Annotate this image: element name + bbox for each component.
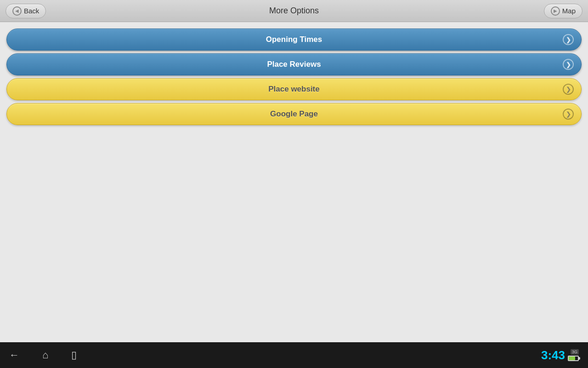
chevron-icon-google-page: ❯ [563,109,574,120]
signal-info: 3G [568,349,579,361]
battery-icon [568,356,579,361]
nav-back-icon[interactable]: ← [9,349,19,361]
main-content: Opening Times❯Place Reviews❯Place websit… [0,22,588,342]
page-title: More Options [269,6,319,16]
bottom-bar: ← ⌂ ▯ 3:43 3G [0,342,588,368]
menu-btn-label-opening-times: Opening Times [266,35,322,44]
map-label: Map [562,7,576,15]
network-badge: 3G [571,349,579,355]
status-area: 3:43 3G [541,348,579,362]
chevron-icon-place-website: ❯ [563,84,574,95]
back-label: Back [24,7,39,15]
back-button[interactable]: ◀ Back [6,4,46,18]
menu-btn-label-place-reviews: Place Reviews [267,60,321,69]
menu-btn-google-page[interactable]: Google Page❯ [6,103,582,125]
back-circle-icon: ◀ [12,6,22,16]
nav-recents-icon[interactable]: ▯ [71,349,77,361]
back-chevron-icon: ◀ [15,8,19,13]
menu-btn-place-website[interactable]: Place website❯ [6,78,582,100]
map-button[interactable]: ▶ Map [544,4,582,18]
chevron-icon-opening-times: ❯ [563,34,574,45]
menu-btn-label-google-page: Google Page [270,109,318,119]
menu-btn-place-reviews[interactable]: Place Reviews❯ [6,53,582,75]
battery-fill [569,356,575,360]
time-display: 3:43 [541,348,565,362]
map-icon: ▶ [554,8,557,13]
top-bar: ◀ Back More Options ▶ Map [0,0,588,22]
menu-btn-label-place-website: Place website [268,85,320,94]
menu-btn-opening-times[interactable]: Opening Times❯ [6,29,582,51]
nav-icons: ← ⌂ ▯ [9,349,77,361]
nav-home-icon[interactable]: ⌂ [42,349,48,361]
chevron-icon-place-reviews: ❯ [563,59,574,70]
map-circle-icon: ▶ [551,6,560,16]
